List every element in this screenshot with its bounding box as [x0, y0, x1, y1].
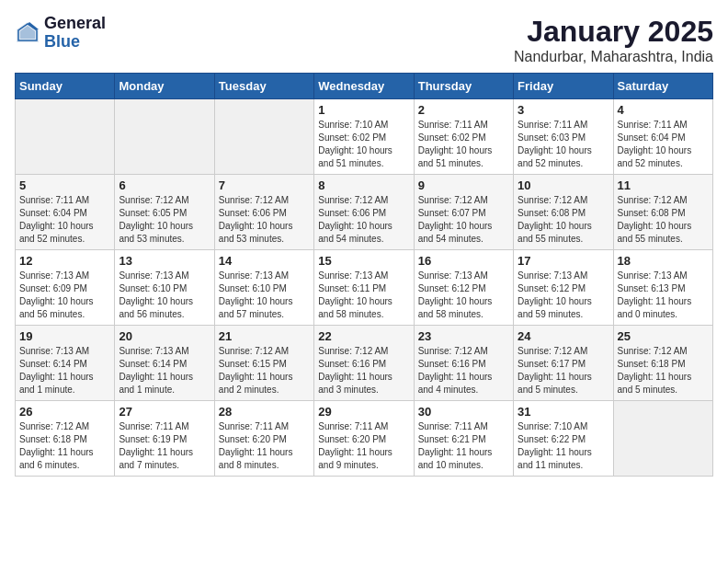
day-info: Sunrise: 7:13 AM Sunset: 6:12 PM Dayligh…: [518, 270, 609, 321]
calendar-cell: 21Sunrise: 7:12 AM Sunset: 6:15 PM Dayli…: [214, 326, 313, 401]
calendar-title: January 2025: [514, 15, 713, 49]
day-info: Sunrise: 7:12 AM Sunset: 6:06 PM Dayligh…: [219, 194, 310, 246]
calendar-cell: 27Sunrise: 7:11 AM Sunset: 6:19 PM Dayli…: [115, 401, 214, 477]
day-number: 2: [418, 103, 509, 117]
day-info: Sunrise: 7:11 AM Sunset: 6:19 PM Dayligh…: [119, 420, 210, 472]
day-number: 5: [19, 178, 110, 192]
day-info: Sunrise: 7:12 AM Sunset: 6:17 PM Dayligh…: [518, 345, 609, 396]
calendar-cell: 13Sunrise: 7:13 AM Sunset: 6:10 PM Dayli…: [115, 250, 214, 326]
calendar-cell: 26Sunrise: 7:12 AM Sunset: 6:18 PM Dayli…: [16, 401, 115, 477]
day-info: Sunrise: 7:12 AM Sunset: 6:15 PM Dayligh…: [219, 345, 310, 396]
calendar-week-row: 1Sunrise: 7:10 AM Sunset: 6:02 PM Daylig…: [16, 99, 713, 175]
day-number: 19: [19, 329, 110, 343]
day-info: Sunrise: 7:10 AM Sunset: 6:22 PM Dayligh…: [518, 420, 609, 472]
day-number: 1: [318, 103, 409, 117]
day-info: Sunrise: 7:12 AM Sunset: 6:16 PM Dayligh…: [418, 345, 509, 396]
calendar-cell: 16Sunrise: 7:13 AM Sunset: 6:12 PM Dayli…: [414, 250, 513, 326]
day-info: Sunrise: 7:11 AM Sunset: 6:21 PM Dayligh…: [418, 420, 509, 472]
weekday-header-saturday: Saturday: [613, 74, 712, 99]
calendar-cell: [115, 99, 214, 175]
calendar-cell: 1Sunrise: 7:10 AM Sunset: 6:02 PM Daylig…: [314, 99, 414, 175]
day-info: Sunrise: 7:13 AM Sunset: 6:12 PM Dayligh…: [418, 270, 509, 321]
day-number: 30: [418, 405, 509, 419]
logo-blue: Blue: [44, 33, 106, 52]
calendar-cell: 25Sunrise: 7:12 AM Sunset: 6:18 PM Dayli…: [613, 326, 712, 401]
day-number: 10: [518, 178, 609, 192]
calendar-cell: 9Sunrise: 7:12 AM Sunset: 6:07 PM Daylig…: [414, 175, 513, 250]
calendar-cell: 3Sunrise: 7:11 AM Sunset: 6:03 PM Daylig…: [514, 99, 613, 175]
logo-text: General Blue: [44, 15, 106, 52]
day-info: Sunrise: 7:12 AM Sunset: 6:07 PM Dayligh…: [418, 194, 509, 246]
day-number: 7: [219, 178, 310, 192]
calendar-cell: 4Sunrise: 7:11 AM Sunset: 6:04 PM Daylig…: [613, 99, 712, 175]
day-info: Sunrise: 7:11 AM Sunset: 6:03 PM Dayligh…: [518, 119, 609, 170]
calendar-cell: 19Sunrise: 7:13 AM Sunset: 6:14 PM Dayli…: [16, 326, 115, 401]
day-number: 28: [219, 405, 310, 419]
day-number: 23: [418, 329, 509, 343]
day-info: Sunrise: 7:13 AM Sunset: 6:13 PM Dayligh…: [618, 270, 709, 321]
calendar-cell: 10Sunrise: 7:12 AM Sunset: 6:08 PM Dayli…: [514, 175, 613, 250]
day-info: Sunrise: 7:12 AM Sunset: 6:08 PM Dayligh…: [618, 194, 709, 246]
calendar-cell: 6Sunrise: 7:12 AM Sunset: 6:05 PM Daylig…: [115, 175, 214, 250]
day-info: Sunrise: 7:13 AM Sunset: 6:10 PM Dayligh…: [119, 270, 210, 321]
calendar-week-row: 19Sunrise: 7:13 AM Sunset: 6:14 PM Dayli…: [16, 326, 713, 401]
day-info: Sunrise: 7:12 AM Sunset: 6:18 PM Dayligh…: [19, 420, 110, 472]
day-info: Sunrise: 7:11 AM Sunset: 6:04 PM Dayligh…: [19, 194, 110, 246]
weekday-header-wednesday: Wednesday: [314, 74, 414, 99]
calendar-cell: 11Sunrise: 7:12 AM Sunset: 6:08 PM Dayli…: [613, 175, 712, 250]
day-info: Sunrise: 7:12 AM Sunset: 6:16 PM Dayligh…: [318, 345, 409, 396]
day-number: 17: [518, 254, 609, 268]
day-info: Sunrise: 7:13 AM Sunset: 6:10 PM Dayligh…: [219, 270, 310, 321]
day-number: 16: [418, 254, 509, 268]
day-info: Sunrise: 7:11 AM Sunset: 6:02 PM Dayligh…: [418, 119, 509, 170]
day-number: 6: [119, 178, 210, 192]
day-info: Sunrise: 7:11 AM Sunset: 6:20 PM Dayligh…: [219, 420, 310, 472]
weekday-header-row: SundayMondayTuesdayWednesdayThursdayFrid…: [16, 74, 713, 99]
day-info: Sunrise: 7:11 AM Sunset: 6:04 PM Dayligh…: [618, 119, 709, 170]
calendar-cell: 5Sunrise: 7:11 AM Sunset: 6:04 PM Daylig…: [16, 175, 115, 250]
day-number: 14: [219, 254, 310, 268]
weekday-header-thursday: Thursday: [414, 74, 513, 99]
calendar-cell: 29Sunrise: 7:11 AM Sunset: 6:20 PM Dayli…: [314, 401, 414, 477]
weekday-header-sunday: Sunday: [16, 74, 115, 99]
day-number: 13: [119, 254, 210, 268]
calendar-cell: 7Sunrise: 7:12 AM Sunset: 6:06 PM Daylig…: [214, 175, 313, 250]
calendar-cell: 28Sunrise: 7:11 AM Sunset: 6:20 PM Dayli…: [214, 401, 313, 477]
day-info: Sunrise: 7:13 AM Sunset: 6:09 PM Dayligh…: [19, 270, 110, 321]
calendar-cell: 23Sunrise: 7:12 AM Sunset: 6:16 PM Dayli…: [414, 326, 513, 401]
day-number: 22: [318, 329, 409, 343]
calendar-cell: 24Sunrise: 7:12 AM Sunset: 6:17 PM Dayli…: [514, 326, 613, 401]
calendar-cell: 14Sunrise: 7:13 AM Sunset: 6:10 PM Dayli…: [214, 250, 313, 326]
day-number: 26: [19, 405, 110, 419]
calendar-cell: 30Sunrise: 7:11 AM Sunset: 6:21 PM Dayli…: [414, 401, 513, 477]
day-number: 9: [418, 178, 509, 192]
calendar-cell: 20Sunrise: 7:13 AM Sunset: 6:14 PM Dayli…: [115, 326, 214, 401]
calendar-cell: 2Sunrise: 7:11 AM Sunset: 6:02 PM Daylig…: [414, 99, 513, 175]
day-info: Sunrise: 7:12 AM Sunset: 6:08 PM Dayligh…: [518, 194, 609, 246]
calendar-week-row: 26Sunrise: 7:12 AM Sunset: 6:18 PM Dayli…: [16, 401, 713, 477]
calendar-cell: 17Sunrise: 7:13 AM Sunset: 6:12 PM Dayli…: [514, 250, 613, 326]
day-number: 24: [518, 329, 609, 343]
day-number: 15: [318, 254, 409, 268]
day-info: Sunrise: 7:12 AM Sunset: 6:06 PM Dayligh…: [318, 194, 409, 246]
calendar-subtitle: Nandurbar, Maharashtra, India: [514, 49, 713, 65]
calendar-cell: 31Sunrise: 7:10 AM Sunset: 6:22 PM Dayli…: [514, 401, 613, 477]
day-info: Sunrise: 7:13 AM Sunset: 6:14 PM Dayligh…: [119, 345, 210, 396]
day-number: 31: [518, 405, 609, 419]
day-info: Sunrise: 7:10 AM Sunset: 6:02 PM Dayligh…: [318, 119, 409, 170]
day-number: 11: [618, 178, 709, 192]
calendar-week-row: 5Sunrise: 7:11 AM Sunset: 6:04 PM Daylig…: [16, 175, 713, 250]
weekday-header-friday: Friday: [514, 74, 613, 99]
day-info: Sunrise: 7:13 AM Sunset: 6:11 PM Dayligh…: [318, 270, 409, 321]
day-number: 18: [618, 254, 709, 268]
day-number: 3: [518, 103, 609, 117]
calendar-cell: 15Sunrise: 7:13 AM Sunset: 6:11 PM Dayli…: [314, 250, 414, 326]
day-info: Sunrise: 7:12 AM Sunset: 6:18 PM Dayligh…: [618, 345, 709, 396]
calendar-cell: [16, 99, 115, 175]
logo: General Blue: [15, 15, 106, 52]
calendar-cell: [214, 99, 313, 175]
day-number: 8: [318, 178, 409, 192]
calendar-cell: 18Sunrise: 7:13 AM Sunset: 6:13 PM Dayli…: [613, 250, 712, 326]
day-number: 27: [119, 405, 210, 419]
calendar-table: SundayMondayTuesdayWednesdayThursdayFrid…: [15, 73, 713, 477]
